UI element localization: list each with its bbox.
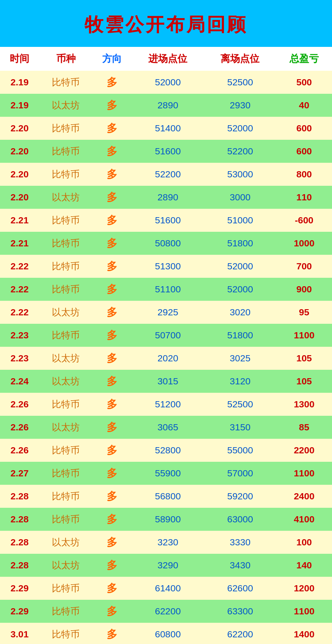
cell-dir: 多 [93,347,131,370]
table-row: 2.23 比特币 多 50700 51800 1100 [0,324,332,347]
cell-coin: 比特币 [39,278,93,301]
cell-dir: 多 [93,71,131,94]
cell-entry: 50700 [132,324,204,347]
cell-exit: 53000 [204,163,276,186]
cell-entry: 60800 [132,623,204,644]
table-row: 2.19 比特币 多 52000 52500 500 [0,71,332,94]
cell-dir: 多 [93,278,131,301]
cell-dir: 多 [93,416,131,439]
cell-exit: 52200 [204,140,276,163]
cell-pnl: 900 [276,278,332,301]
cell-coin: 比特币 [39,462,93,485]
cell-dir: 多 [93,485,131,508]
cell-coin: 以太坊 [39,370,93,393]
cell-date: 2.21 [0,209,39,232]
cell-dir: 多 [93,462,131,485]
cell-coin: 比特币 [39,439,93,462]
cell-dir: 多 [93,255,131,278]
cell-date: 2.20 [0,186,39,209]
cell-pnl: 600 [276,117,332,140]
cell-dir: 多 [93,393,131,416]
cell-coin: 比特币 [39,140,93,163]
cell-exit: 52500 [204,393,276,416]
table-row: 2.28 以太坊 多 3290 3430 140 [0,554,332,577]
cell-date: 2.22 [0,255,39,278]
cell-pnl: 1100 [276,462,332,485]
col-header-pnl: 总盈亏 [276,47,332,71]
cell-coin: 比特币 [39,577,93,600]
cell-entry: 51600 [132,209,204,232]
cell-exit: 3150 [204,416,276,439]
cell-date: 2.20 [0,140,39,163]
cell-dir: 多 [93,94,131,117]
col-header-exit: 离场点位 [204,47,276,71]
cell-pnl: 2200 [276,439,332,462]
cell-date: 2.22 [0,278,39,301]
cell-dir: 多 [93,554,131,577]
cell-coin: 以太坊 [39,301,93,324]
cell-entry: 51100 [132,278,204,301]
cell-pnl: -600 [276,209,332,232]
cell-date: 2.19 [0,71,39,94]
cell-entry: 2890 [132,186,204,209]
table-row: 2.28 比特币 多 58900 63000 4100 [0,508,332,531]
cell-coin: 比特币 [39,117,93,140]
cell-dir: 多 [93,577,131,600]
cell-pnl: 1000 [276,232,332,255]
cell-dir: 多 [93,301,131,324]
table-row: 2.26 比特币 多 51200 52500 1300 [0,393,332,416]
cell-exit: 3120 [204,370,276,393]
col-header-date: 时间 [0,47,39,71]
cell-coin: 比特币 [39,508,93,531]
cell-dir: 多 [93,623,131,644]
col-header-coin: 币种 [39,47,93,71]
cell-pnl: 105 [276,347,332,370]
table-header-row: 时间 币种 方向 进场点位 离场点位 总盈亏 [0,47,332,71]
cell-exit: 63300 [204,600,276,623]
cell-date: 2.28 [0,485,39,508]
table-row: 2.29 比特币 多 62200 63300 1100 [0,600,332,623]
cell-exit: 3330 [204,531,276,554]
table-row: 2.20 比特币 多 51400 52000 600 [0,117,332,140]
cell-pnl: 700 [276,255,332,278]
cell-dir: 多 [93,209,131,232]
cell-entry: 56800 [132,485,204,508]
cell-entry: 51300 [132,255,204,278]
cell-dir: 多 [93,324,131,347]
table-row: 2.26 比特币 多 52800 55000 2200 [0,439,332,462]
cell-entry: 62200 [132,600,204,623]
cell-date: 2.26 [0,439,39,462]
cell-dir: 多 [93,140,131,163]
cell-dir: 多 [93,370,131,393]
cell-exit: 51800 [204,232,276,255]
cell-pnl: 95 [276,301,332,324]
cell-pnl: 85 [276,416,332,439]
cell-date: 2.26 [0,393,39,416]
cell-pnl: 140 [276,554,332,577]
table-container: 时间 币种 方向 进场点位 离场点位 总盈亏 2.19 比特币 多 52000 … [0,47,332,644]
cell-entry: 51600 [132,140,204,163]
cell-exit: 52000 [204,255,276,278]
cell-coin: 比特币 [39,623,93,644]
cell-coin: 比特币 [39,232,93,255]
cell-exit: 3025 [204,347,276,370]
cell-entry: 2890 [132,94,204,117]
cell-date: 2.23 [0,347,39,370]
cell-entry: 3015 [132,370,204,393]
table-row: 2.27 比特币 多 55900 57000 1100 [0,462,332,485]
cell-entry: 52200 [132,163,204,186]
table-row: 2.21 比特币 多 51600 51000 -600 [0,209,332,232]
page-header: 牧雲公开布局回顾 [0,0,332,47]
cell-entry: 2020 [132,347,204,370]
cell-pnl: 500 [276,71,332,94]
cell-pnl: 1400 [276,623,332,644]
cell-entry: 3230 [132,531,204,554]
cell-date: 2.20 [0,117,39,140]
cell-coin: 以太坊 [39,186,93,209]
cell-coin: 比特币 [39,485,93,508]
cell-coin: 以太坊 [39,347,93,370]
col-header-entry: 进场点位 [132,47,204,71]
cell-entry: 3290 [132,554,204,577]
cell-coin: 以太坊 [39,94,93,117]
page-title: 牧雲公开布局回顾 [4,12,328,37]
